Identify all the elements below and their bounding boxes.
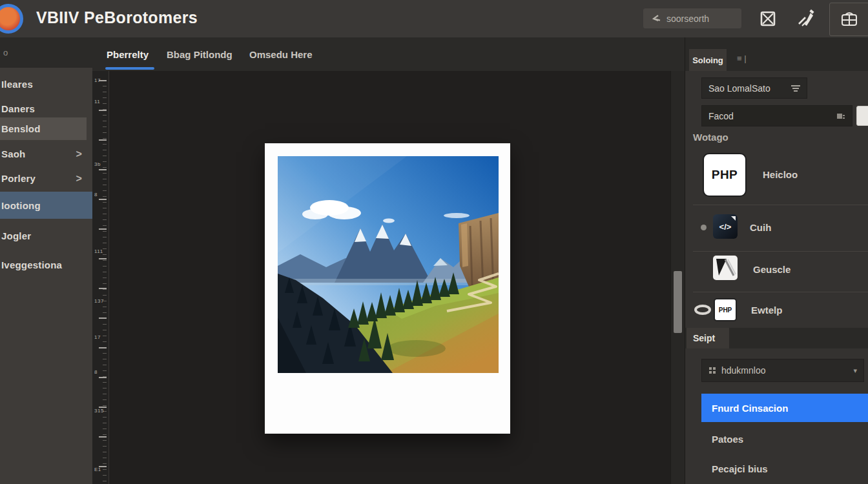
sidebar-item-label: Benslod xyxy=(1,123,41,134)
ruler-label: 17 xyxy=(94,77,101,83)
ruler-label: 315 xyxy=(94,408,104,414)
sidebar-item-benslod[interactable]: Benslod xyxy=(0,117,87,140)
pen-icon xyxy=(797,9,815,27)
ruler-label: 111 xyxy=(94,248,103,254)
sidebar-item-ileares[interactable]: Ileares xyxy=(0,73,92,95)
primary-action-button[interactable]: Fnurd Cinsacion xyxy=(701,394,868,422)
image-icon xyxy=(760,11,776,26)
ruler-label: 3b xyxy=(94,161,101,167)
ellipse-icon xyxy=(694,305,711,315)
sidebar-item-label: Daners xyxy=(1,103,35,114)
caret-down-icon: ▾ xyxy=(853,367,857,375)
list-item-ewtelp[interactable]: Ewtelp xyxy=(751,305,782,316)
sidebar-item-label: Iootiong xyxy=(1,200,41,211)
search-icon xyxy=(650,13,661,25)
panel-row-patoes[interactable]: Patoes xyxy=(712,434,743,445)
php-badge-small-icon[interactable]: PHP xyxy=(714,298,737,321)
dropdown-hdukmnloo[interactable]: hdukmnloo ▾ xyxy=(701,359,864,382)
search-input[interactable]: soorseorth xyxy=(643,8,741,28)
panel-tab-glyph[interactable]: ≡ | xyxy=(737,54,747,63)
chevron-right-icon: > xyxy=(76,148,82,160)
scrollbar-thumb[interactable] xyxy=(674,271,682,333)
active-tab-underline xyxy=(105,67,154,70)
ruler-label: 17 xyxy=(94,334,101,340)
php-badge-icon[interactable]: PHP xyxy=(703,153,747,197)
sidebar-item-label: Iveggestiona xyxy=(1,259,62,270)
small-grid-icon xyxy=(836,112,845,120)
sidebar-item-porlery[interactable]: Porlery > xyxy=(0,167,92,190)
sidebar-item-label: Saoh xyxy=(1,148,25,159)
sidebar-header-glyph: o xyxy=(3,48,8,57)
list-item-heicloo[interactable]: Heicloo xyxy=(763,169,798,180)
tab-pberrelty-active[interactable]: Pberrelty xyxy=(107,37,149,71)
code-icon[interactable]: </> xyxy=(713,214,738,239)
sidebar-header-strip: o xyxy=(0,37,93,68)
tiles-icon xyxy=(708,367,716,374)
app-logo-icon xyxy=(0,4,23,34)
search-text: soorseorth xyxy=(666,14,709,24)
sidebar-item-saoh[interactable]: Saoh > xyxy=(0,143,92,165)
landscape-photo xyxy=(278,156,499,373)
bullet-dot-icon xyxy=(701,225,707,230)
dropdown-value: hdukmnloo xyxy=(721,365,766,376)
sidebar-item-daners[interactable]: Daners xyxy=(0,97,92,119)
ruler-label: 8 xyxy=(94,192,98,197)
pen-tool-button[interactable] xyxy=(797,9,815,27)
polaroid-artwork[interactable] xyxy=(265,143,510,434)
list-item-cuih[interactable]: Cuih xyxy=(750,222,771,233)
panel-tab-soloing-active[interactable]: Soloing xyxy=(689,49,727,71)
grid-icon xyxy=(840,10,859,28)
sidebar-item-label: Porlery xyxy=(1,173,36,184)
app-title: VBIIV PeBorotomers xyxy=(36,8,198,27)
tab-bbag-pitlondg[interactable]: Bbag Pitlondg xyxy=(167,37,232,71)
tab-omsedu-here[interactable]: Omsedu Here xyxy=(249,37,313,71)
vertical-ruler: 17 11 3b 8 111 137 17 8 315 E1 xyxy=(92,71,109,484)
grid-view-button[interactable] xyxy=(829,3,868,36)
sidebar-item-iootiong-selected[interactable]: Iootiong xyxy=(0,192,96,219)
vertical-scrollbar[interactable] xyxy=(670,71,685,484)
ruler-label: E1 xyxy=(94,467,101,472)
ruler-label: 11 xyxy=(94,99,100,105)
dropdown-value: Sao LomalSato xyxy=(708,83,770,94)
app-window: VBIIV PeBorotomers soorseorth xyxy=(0,0,868,484)
canvas-area: 17 11 3b 8 111 137 17 8 315 E1 xyxy=(92,71,685,484)
top-bar: VBIIV PeBorotomers soorseorth xyxy=(0,0,868,38)
chevron-right-icon: > xyxy=(76,173,82,185)
document-icon[interactable] xyxy=(713,256,738,280)
sidebar-item-iveggestiona[interactable]: Iveggestiona xyxy=(0,254,92,276)
sidebar: Ileares Daners Benslod Saoh > Porlery > … xyxy=(0,68,92,484)
field-facod[interactable]: Facod xyxy=(701,105,852,126)
document-tab-strip: Pberrelty Bbag Pitlondg Omsedu Here xyxy=(92,37,685,71)
image-tool-button[interactable] xyxy=(760,10,776,27)
list-item-geuscle[interactable]: Geuscle xyxy=(753,264,790,275)
divider xyxy=(693,292,868,292)
sidebar-item-jogler[interactable]: Jogler xyxy=(0,225,92,247)
dropdown-sao-lomalsato[interactable]: Sao LomalSato xyxy=(701,77,807,99)
ruler-label: 8 xyxy=(94,369,98,375)
divider xyxy=(693,251,868,252)
section-label: Wotago xyxy=(693,132,728,143)
divider xyxy=(693,205,868,205)
right-panel: Soloing ≡ | Sao LomalSato Facod xyxy=(685,37,868,484)
field-value: Facod xyxy=(708,111,734,121)
panel-row-pecajci[interactable]: Pecajci bius xyxy=(712,463,768,474)
swatch-button[interactable] xyxy=(856,106,868,126)
funnel-icon xyxy=(791,85,800,92)
sidebar-item-label: Jogler xyxy=(1,230,31,241)
panel-tab-seipt-active[interactable]: Seipt xyxy=(687,328,729,348)
sidebar-item-label: Ileares xyxy=(1,79,33,90)
ruler-label: 137 xyxy=(94,298,104,304)
